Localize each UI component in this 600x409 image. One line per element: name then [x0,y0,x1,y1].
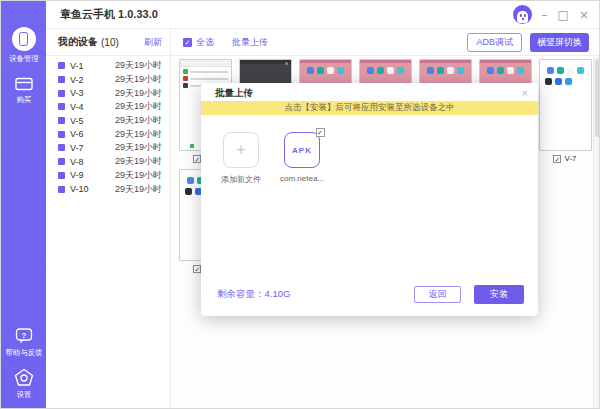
window-controls: – □ × [513,5,589,24]
purchase-card-icon [14,76,34,92]
batch-upload-link[interactable]: 批量上传 [232,36,268,49]
device-name: V-7 [70,143,84,153]
refresh-link[interactable]: 刷新 [144,36,162,49]
app-title: 章鱼云手机 1.0.33.0 [60,7,158,22]
device-square-icon [58,90,65,97]
settings-gear-icon [14,368,34,387]
sidebar-item-device-manage[interactable]: 设备管理 [8,27,40,64]
device-list-item[interactable]: V-129天19小时 [46,59,170,73]
install-hint-banner: 点击【安装】后可将应用安装至所选设备之中 [201,101,538,115]
device-time-remaining: 29天19小时 [115,87,162,100]
select-all-label: 全选 [196,36,214,49]
device-list-item[interactable]: V-829天19小时 [46,155,170,169]
device-time-remaining: 29天19小时 [115,141,162,154]
maximize-button[interactable]: □ [558,9,569,21]
device-list-item[interactable]: V-429天19小时 [46,100,170,114]
capacity-label: 剩余容量： [217,288,265,299]
svg-text:?: ? [21,331,26,340]
device-name: V-8 [70,157,84,167]
device-list-item[interactable]: V-329天19小时 [46,86,170,100]
device-name: V-9 [70,170,84,180]
modal-title: 批量上传 [215,87,253,100]
device-square-icon [58,144,65,151]
device-square-icon [58,103,65,110]
batch-upload-modal: 批量上传 × 点击【安装】后可将应用安装至所选设备之中 + 添加新文件 APK … [201,83,538,316]
checkbox-checked-icon: ✓ [183,38,192,47]
device-list-item[interactable]: V-629天19小时 [46,127,170,141]
device-list-item[interactable]: V-229天19小时 [46,73,170,87]
device-time-remaining: 29天19小时 [115,128,162,141]
mascot-face [517,11,528,23]
device-list-item[interactable]: V-929天19小时 [46,169,170,183]
device-screen-thumbnail[interactable] [539,59,592,151]
device-time-remaining: 29天19小时 [115,59,162,72]
device-panel: 我的设备 (10) 刷新 V-129天19小时V-229天19小时V-329天1… [46,29,171,409]
close-button[interactable]: × [579,9,589,21]
vertical-scrollbar[interactable] [593,57,600,409]
thumbnail-device-name: V-7 [564,154,576,163]
device-list-item[interactable]: V-1029天19小时 [46,182,170,196]
device-name: V-10 [70,184,89,194]
device-time-remaining: 29天19小时 [115,155,162,168]
title-bar: 章鱼云手机 1.0.33.0 – □ × [46,1,600,29]
device-name: V-4 [70,102,84,112]
minimize-button[interactable]: – [542,9,548,21]
adb-debug-button[interactable]: ADB调试 [467,33,522,52]
device-name: V-3 [70,88,84,98]
device-square-icon [58,131,65,138]
apk-file-name: com.netea... [280,174,324,183]
device-name: V-6 [70,129,84,139]
device-square-icon [58,158,65,165]
add-file-label: 添加新文件 [221,174,261,185]
app-window: 章鱼云手机 1.0.33.0 – □ × 设备管理 购买 [0,0,600,409]
thumbnail-label: ✓V-7 [553,154,576,163]
toolbar: ✓ 全选 批量上传 ADB调试 横竖屏切换 [171,29,600,56]
device-time-remaining: 29天19小时 [115,100,162,113]
sidebar-item-settings[interactable]: 设置 [14,368,34,400]
select-all-checkbox[interactable]: ✓ 全选 [183,36,214,49]
device-time-remaining: 29天19小时 [115,183,162,196]
device-count: (10) [101,37,119,48]
scrollbar-thumb[interactable] [595,59,600,137]
orientation-toggle-button[interactable]: 横竖屏切换 [530,33,589,52]
back-button[interactable]: 返回 [414,286,461,303]
modal-close-icon[interactable]: × [522,87,528,99]
add-file-button[interactable]: + [223,132,259,168]
device-square-icon [58,76,65,83]
device-square-icon [58,186,65,193]
sidebar-item-help-feedback[interactable]: ? 帮助与反馈 [4,327,44,358]
device-list-item[interactable]: V-529天19小时 [46,114,170,128]
modal-header: 批量上传 × [201,83,538,101]
device-manage-icon [12,27,36,51]
device-panel-header: 我的设备 (10) 刷新 [46,29,170,56]
device-square-icon [58,117,65,124]
panel-title: 我的设备 [58,35,98,49]
device-select-checkbox[interactable]: ✓ [553,155,561,163]
plus-icon: + [236,141,245,159]
sidebar: 设备管理 购买 ? 帮助与反馈 设置 [1,1,46,409]
apk-file-tile[interactable]: APK ✓ [284,132,320,168]
device-name: V-5 [70,116,84,126]
device-square-icon [58,172,65,179]
modal-footer: 剩余容量：4.10G 返回 安装 [201,280,538,316]
support-mascot-icon[interactable] [513,5,532,24]
install-button[interactable]: 安装 [474,285,524,304]
apk-label: APK [292,146,312,155]
device-square-icon [58,62,65,69]
help-bubble-icon: ? [14,327,34,345]
capacity-value: 4.10G [265,288,291,299]
device-time-remaining: 29天19小时 [115,114,162,127]
apk-checkbox[interactable]: ✓ [316,128,325,137]
device-time-remaining: 29天19小时 [115,169,162,182]
device-name: V-1 [70,61,84,71]
device-name: V-2 [70,75,84,85]
device-time-remaining: 29天19小时 [115,73,162,86]
device-list-item[interactable]: V-729天19小时 [46,141,170,155]
device-list: V-129天19小时V-229天19小时V-329天19小时V-429天19小时… [46,56,170,196]
device-thumbnail-cell: ✓V-7 [535,59,595,169]
modal-body: + 添加新文件 APK ✓ com.netea... [201,115,538,280]
sidebar-item-purchase[interactable]: 购买 [14,76,34,105]
